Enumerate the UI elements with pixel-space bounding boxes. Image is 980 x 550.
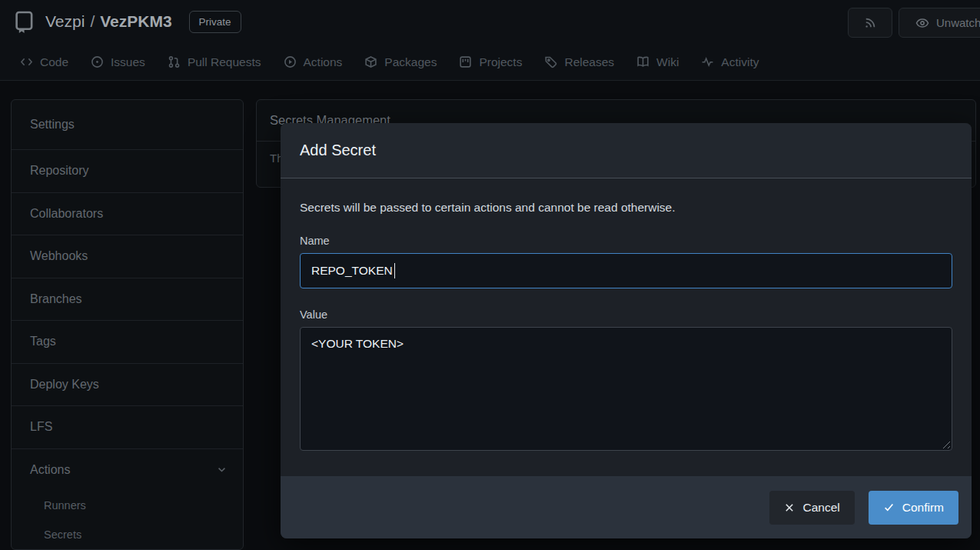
pulse-icon xyxy=(701,55,714,68)
top-navbar: Vezpi / VezPKM3 Private Unwatch xyxy=(0,0,980,44)
confirm-button[interactable]: Confirm xyxy=(869,491,958,525)
sidebar-item-collaborators[interactable]: Collaborators xyxy=(12,192,243,235)
x-icon xyxy=(784,502,795,513)
secret-value-textarea[interactable]: <YOUR TOKEN> xyxy=(300,327,952,451)
unwatch-button[interactable]: Unwatch xyxy=(899,8,980,38)
sidebar-subitem-secrets[interactable]: Secrets xyxy=(12,520,243,549)
project-board-icon xyxy=(459,55,472,68)
eye-icon xyxy=(915,16,929,30)
sidebar-item-settings[interactable]: Settings xyxy=(12,100,243,149)
textarea-resize-handle[interactable] xyxy=(940,438,950,448)
play-circle-icon xyxy=(284,55,297,68)
tab-issues[interactable]: Issues xyxy=(91,55,145,69)
text-cursor xyxy=(394,263,396,278)
sidebar-subitem-runners[interactable]: Runners xyxy=(12,491,243,520)
settings-sidebar: Settings Repository Collaborators Webhoo… xyxy=(11,99,244,550)
modal-description: Secrets will be passed to certain action… xyxy=(300,178,952,215)
tab-wiki[interactable]: Wiki xyxy=(636,55,679,69)
value-field-label: Value xyxy=(300,308,952,321)
issue-opened-icon xyxy=(91,55,104,68)
rss-icon xyxy=(864,16,877,29)
repo-header: Vezpi / VezPKM3 Private xyxy=(12,10,241,33)
modal-title: Add Secret xyxy=(300,142,376,159)
tab-actions[interactable]: Actions xyxy=(284,55,343,69)
cancel-button[interactable]: Cancel xyxy=(769,491,854,525)
tag-icon xyxy=(544,55,557,68)
name-field-label: Name xyxy=(300,235,952,247)
sidebar-item-branches[interactable]: Branches xyxy=(12,278,243,321)
sidebar-item-tags[interactable]: Tags xyxy=(12,320,243,363)
modal-body: Secrets will be passed to certain action… xyxy=(281,178,972,451)
tab-packages[interactable]: Packages xyxy=(364,55,437,69)
modal-footer: Cancel Confirm xyxy=(281,476,972,538)
repo-name-link[interactable]: VezPKM3 xyxy=(100,12,171,31)
sidebar-item-repository[interactable]: Repository xyxy=(12,149,243,192)
sidebar-item-lfs[interactable]: LFS xyxy=(12,405,243,448)
code-icon xyxy=(20,55,33,68)
tab-activity[interactable]: Activity xyxy=(701,55,759,69)
navbar-actions: Unwatch xyxy=(848,8,980,38)
git-pull-request-icon xyxy=(168,55,181,68)
secret-value-text: <YOUR TOKEN> xyxy=(311,337,404,350)
unwatch-label: Unwatch xyxy=(936,16,980,29)
chevron-down-icon xyxy=(216,464,228,475)
tab-projects[interactable]: Projects xyxy=(459,55,522,69)
tab-releases[interactable]: Releases xyxy=(544,55,614,69)
secret-name-value: REPO_TOKEN xyxy=(311,264,393,278)
modal-header: Add Secret xyxy=(281,123,972,178)
repo-book-icon xyxy=(12,10,35,33)
secret-name-input[interactable]: REPO_TOKEN xyxy=(300,253,952,288)
tab-pull-requests[interactable]: Pull Requests xyxy=(168,55,261,69)
book-open-icon xyxy=(636,55,649,68)
repo-title: Vezpi / VezPKM3 xyxy=(45,12,172,31)
private-badge: Private xyxy=(189,11,241,33)
repo-tabbar: Code Issues Pull Requests Actions Packag… xyxy=(0,44,980,81)
check-icon xyxy=(883,502,895,513)
repo-owner-link[interactable]: Vezpi xyxy=(45,12,85,31)
package-icon xyxy=(364,55,377,68)
sidebar-item-actions[interactable]: Actions xyxy=(12,448,243,492)
repo-title-separator: / xyxy=(90,12,95,31)
rss-button[interactable] xyxy=(848,8,892,38)
add-secret-modal: Add Secret Secrets will be passed to cer… xyxy=(281,123,972,538)
sidebar-item-webhooks[interactable]: Webhooks xyxy=(12,235,243,278)
sidebar-item-deploy-keys[interactable]: Deploy Keys xyxy=(12,363,243,406)
tab-code[interactable]: Code xyxy=(20,55,68,69)
